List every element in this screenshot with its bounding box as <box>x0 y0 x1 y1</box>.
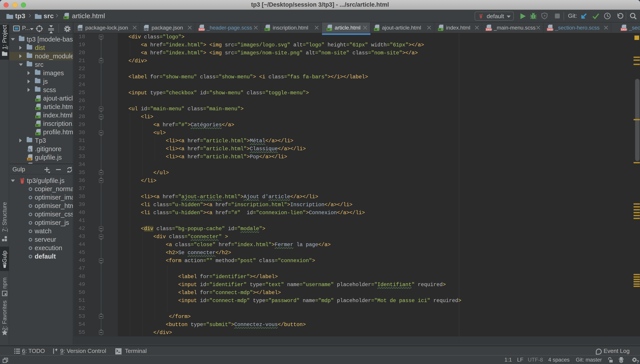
svg-text:H: H <box>375 28 377 31</box>
svg-text:H: H <box>36 132 38 136</box>
svg-text:H: H <box>36 124 38 127</box>
svg-text:H: H <box>265 28 268 31</box>
svg-text:H: H <box>36 98 38 102</box>
svg-text:SASS: SASS <box>199 28 205 31</box>
svg-text:JS: JS <box>28 158 31 161</box>
svg-text:H: H <box>64 16 66 19</box>
svg-text:}: } <box>148 27 149 31</box>
svg-text:SASS: SASS <box>547 28 553 31</box>
svg-text:}: } <box>81 27 83 31</box>
svg-text:H: H <box>36 115 38 118</box>
svg-text:H: H <box>327 28 330 31</box>
svg-text:{: { <box>78 27 79 31</box>
svg-text:?: ? <box>636 359 639 364</box>
svg-text:SASS: SASS <box>486 28 492 31</box>
svg-text:H: H <box>439 28 441 31</box>
svg-text:{: { <box>144 27 146 31</box>
svg-text:H: H <box>36 106 38 110</box>
svg-text:SASS: SASS <box>621 28 627 31</box>
